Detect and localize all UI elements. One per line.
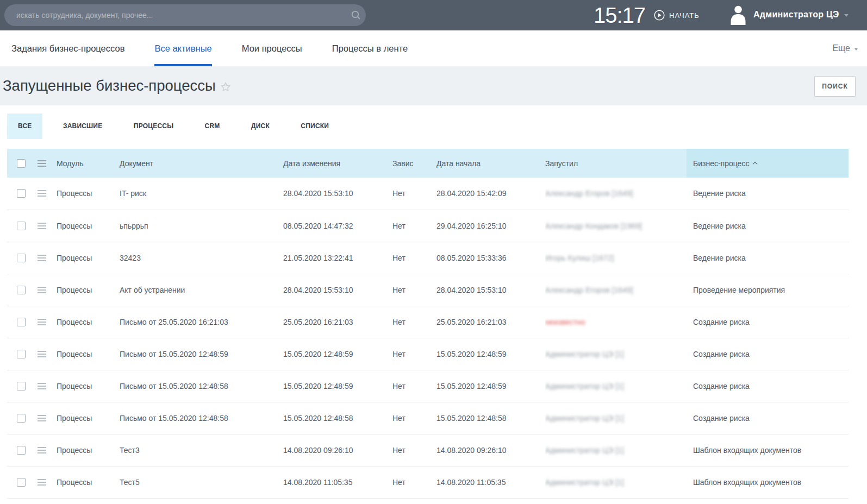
cell-started: 15.05.2020 12:48:59: [436, 338, 545, 370]
clock: 15:17: [594, 3, 645, 28]
cell-document: Акт об устранении: [120, 274, 283, 306]
cell-launcher: Игорь Кулиш [1672]: [545, 242, 687, 274]
chevron-down-icon: [854, 48, 858, 51]
table-row[interactable]: Процессы Тест3 14.08.2020 09:26:10 Нет 1…: [7, 434, 849, 466]
launcher-redacted-text: Александр Кондаков [1969]: [545, 222, 642, 230]
col-document[interactable]: Документ: [120, 149, 283, 178]
cell-started: 15.05.2020 12:48:59: [436, 370, 545, 402]
cell-module: Процессы: [57, 274, 120, 306]
cell-stuck: Нет: [392, 178, 436, 210]
col-stuck[interactable]: Завис: [392, 149, 436, 178]
col-module[interactable]: Модуль: [57, 149, 120, 178]
row-checkbox[interactable]: [17, 254, 26, 262]
row-checkbox[interactable]: [17, 286, 26, 294]
nav-tab[interactable]: Процессы в ленте: [332, 30, 408, 66]
cell-launcher: Администратор ЦЭ [1]: [545, 338, 687, 370]
row-checkbox[interactable]: [17, 478, 26, 487]
cell-modified: 21.05.2020 13:22:41: [283, 242, 392, 274]
search-button[interactable]: ПОИСК: [814, 76, 856, 97]
row-checkbox[interactable]: [17, 446, 26, 455]
row-menu-icon[interactable]: [38, 351, 46, 357]
col-modified[interactable]: Дата изменения: [283, 149, 392, 178]
search-icon[interactable]: [351, 10, 361, 20]
row-checkbox[interactable]: [17, 414, 26, 423]
filter-tab[interactable]: ПРОЦЕССЫ: [123, 114, 184, 139]
cell-module: Процессы: [57, 402, 120, 434]
cell-module: Процессы: [57, 178, 120, 210]
col-process[interactable]: Бизнес-процесс: [687, 149, 849, 178]
cell-document: 32423: [120, 242, 283, 274]
col-launcher[interactable]: Запустил: [545, 149, 687, 178]
cell-launcher: Александр Кондаков [1969]: [545, 210, 687, 242]
user-menu[interactable]: Администратор ЦЭ: [753, 10, 849, 20]
launcher-redacted-text: Игорь Кулиш [1672]: [545, 254, 614, 262]
row-checkbox[interactable]: [17, 350, 26, 358]
cell-launcher: Администратор ЦЭ [1]: [545, 402, 687, 434]
row-checkbox[interactable]: [17, 382, 26, 390]
start-button[interactable]: НАЧАТЬ: [654, 10, 700, 21]
page-header: Запущенные бизнес-процессы ПОИСК: [0, 66, 867, 105]
cell-process: Шаблон входящих документов: [687, 434, 849, 466]
global-search[interactable]: [4, 4, 366, 26]
table-row[interactable]: Процессы Письмо от 15.05.2020 12:48:58 1…: [7, 402, 849, 434]
more-menu[interactable]: Еще: [832, 30, 858, 66]
cell-stuck: Нет: [392, 466, 436, 498]
row-menu-icon[interactable]: [38, 190, 46, 197]
table-row[interactable]: Процессы ьпьррьп 08.05.2020 14:47:32 Нет…: [7, 210, 849, 242]
cell-document: Письмо от 15.05.2020 12:48:58: [120, 402, 283, 434]
nav-tab[interactable]: Все активные: [154, 30, 211, 66]
search-input[interactable]: [4, 11, 351, 20]
cell-modified: 14.08.2020 11:05:35: [283, 466, 392, 498]
row-menu-icon[interactable]: [38, 415, 46, 421]
table-body: Процессы IT- риск 28.04.2020 15:53:10 Не…: [7, 178, 849, 498]
table-row[interactable]: Процессы Тест5 14.08.2020 11:05:35 Нет 1…: [7, 466, 849, 498]
table-row[interactable]: Процессы 32423 21.05.2020 13:22:41 Нет 0…: [7, 242, 849, 274]
row-checkbox[interactable]: [17, 318, 26, 326]
favorite-star-icon[interactable]: [220, 81, 231, 92]
cell-modified: 15.05.2020 12:48:58: [283, 402, 392, 434]
table-row[interactable]: Процессы IT- риск 28.04.2020 15:53:10 Не…: [7, 178, 849, 210]
cell-started: 28.04.2020 15:53:10: [436, 274, 545, 306]
cell-document: Тест5: [120, 466, 283, 498]
cell-document: IT- риск: [120, 178, 283, 210]
avatar-icon[interactable]: [728, 5, 748, 25]
table-row[interactable]: Процессы Письмо от 25.05.2020 16:21:03 2…: [7, 306, 849, 338]
table-row[interactable]: Процессы Письмо от 15.05.2020 12:48:59 1…: [7, 338, 849, 370]
nav-tab[interactable]: Мои процессы: [242, 30, 302, 66]
row-menu-icon[interactable]: [38, 319, 46, 325]
filter-tab[interactable]: ЗАВИСШИЕ: [52, 114, 113, 139]
cell-modified: 14.08.2020 09:26:10: [283, 434, 392, 466]
filter-tab[interactable]: CRM: [194, 114, 231, 139]
cell-process: Создание риска: [687, 402, 849, 434]
launcher-redacted-text: Администратор ЦЭ [1]: [545, 350, 624, 358]
cell-modified: 15.05.2020 12:48:59: [283, 370, 392, 402]
row-checkbox[interactable]: [17, 189, 26, 198]
filter-tab[interactable]: СПИСКИ: [290, 114, 340, 139]
launcher-redacted-text: Администратор ЦЭ [1]: [545, 446, 624, 455]
cell-module: Процессы: [57, 242, 120, 274]
filter-tab[interactable]: ВСЕ: [7, 114, 42, 139]
table-header: Модуль Документ Дата изменения Завис Дат…: [7, 149, 849, 178]
cell-process: Создание риска: [687, 370, 849, 402]
header-menu-icon[interactable]: [38, 160, 46, 167]
table-row[interactable]: Процессы Письмо от 15.05.2020 12:48:58 1…: [7, 370, 849, 402]
nav-tab[interactable]: Задания бизнес-процессов: [11, 30, 124, 66]
cell-launcher: неизвестно: [545, 306, 687, 338]
table-row[interactable]: Процессы Акт об устранении 28.04.2020 15…: [7, 274, 849, 306]
chevron-down-icon: [844, 14, 849, 17]
row-menu-icon[interactable]: [38, 287, 46, 293]
col-started[interactable]: Дата начала: [436, 149, 545, 178]
row-checkbox[interactable]: [17, 222, 26, 230]
cell-modified: 25.05.2020 16:21:03: [283, 306, 392, 338]
row-menu-icon[interactable]: [38, 447, 46, 453]
filter-tab[interactable]: ДИСК: [240, 114, 280, 139]
cell-stuck: Нет: [392, 434, 436, 466]
row-menu-icon[interactable]: [38, 383, 46, 389]
select-all-checkbox[interactable]: [17, 159, 26, 168]
cell-launcher: Администратор ЦЭ [1]: [545, 466, 687, 498]
row-menu-icon[interactable]: [38, 255, 46, 261]
row-menu-icon[interactable]: [38, 223, 46, 229]
row-menu-icon[interactable]: [38, 479, 46, 486]
cell-process: Ведение риска: [687, 178, 849, 210]
cell-stuck: Нет: [392, 306, 436, 338]
